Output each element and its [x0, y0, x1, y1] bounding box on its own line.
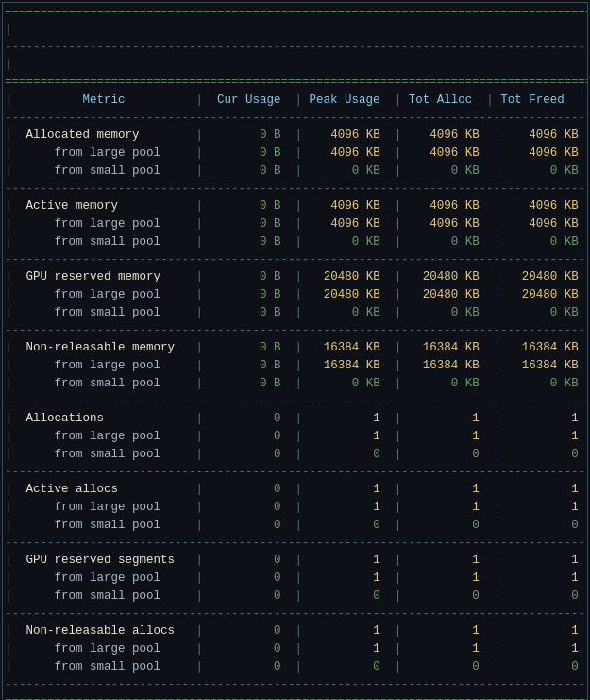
terminal-line: ========================================…: [3, 3, 587, 21]
terminal-line: ----------------------------------------…: [3, 535, 587, 553]
terminal-line: ----------------------------------------…: [3, 322, 587, 340]
terminal-line: ========================================…: [3, 693, 587, 700]
terminal-line: | Non-releasable memory | 0 B | 16384 KB…: [3, 339, 587, 357]
terminal-line: ----------------------------------------…: [3, 606, 587, 623]
terminal-line: | CUDA OOMs: 0: [3, 56, 587, 74]
terminal-line: ----------------------------------------…: [3, 464, 587, 482]
terminal-line: |: [3, 21, 587, 39]
terminal-line: | from large pool | 0 B | 4096 KB | 4096…: [3, 215, 587, 233]
terminal-line: | Allocations | 0 | 1 | 1 | 1 |: [3, 410, 587, 428]
terminal-line: | from large pool | 0 | 1 | 1 | 1 |: [3, 570, 587, 588]
terminal-line: | from small pool | 0 B | 0 KB | 0 KB | …: [3, 162, 587, 180]
terminal-line: ----------------------------------------…: [3, 676, 587, 694]
terminal-line: | Active memory | 0 B | 4096 KB | 4096 K…: [3, 197, 587, 215]
terminal-line: ----------------------------------------…: [3, 110, 587, 128]
terminal-line: ========================================…: [3, 74, 587, 92]
terminal-line: | from large pool | 0 B | 16384 KB | 163…: [3, 357, 587, 375]
terminal-line: | from large pool | 0 B | 4096 KB | 4096…: [3, 145, 587, 162]
terminal-line: | from small pool | 0 B | 0 KB | 0 KB | …: [3, 375, 587, 393]
terminal-line: | from large pool | 0 B | 20480 KB | 204…: [3, 286, 587, 304]
terminal-line: ----------------------------------------…: [3, 251, 587, 269]
terminal-line: | from small pool | 0 B | 0 KB | 0 KB | …: [3, 233, 587, 251]
terminal-line: | GPU reserved memory | 0 B | 20480 KB |…: [3, 268, 587, 286]
terminal-line: ----------------------------------------…: [3, 393, 587, 411]
terminal-line: | Allocated memory | 0 B | 4096 KB | 409…: [3, 127, 587, 145]
terminal-line: | GPU reserved segments | 0 | 1 | 1 | 1 …: [3, 552, 587, 570]
terminal-line: ----------------------------------------…: [3, 180, 587, 198]
terminal-line: | from small pool | 0 | 0 | 0 | 0 |: [3, 658, 587, 676]
terminal-line: | Non-releasable allocs | 0 | 1 | 1 | 1 …: [3, 623, 587, 640]
terminal-line: | from large pool | 0 | 1 | 1 | 1 |: [3, 428, 587, 446]
terminal-line: ----------------------------------------…: [3, 39, 587, 57]
terminal-line: | from small pool | 0 | 0 | 0 | 0 |: [3, 517, 587, 535]
terminal-line: | Active allocs | 0 | 1 | 1 | 1 |: [3, 481, 587, 499]
terminal-line: | from large pool | 0 | 1 | 1 | 1 |: [3, 499, 587, 517]
terminal-window: ========================================…: [2, 2, 588, 700]
terminal-line: | from small pool | 0 B | 0 KB | 0 KB | …: [3, 304, 587, 322]
terminal-line: | from large pool | 0 | 1 | 1 | 1 |: [3, 640, 587, 658]
terminal-line: | from small pool | 0 | 0 | 0 | 0 |: [3, 446, 587, 464]
terminal-line: | Metric | Cur Usage | Peak Usage | Tot …: [3, 92, 587, 110]
terminal-line: | from small pool | 0 | 0 | 0 | 0 |: [3, 588, 587, 606]
